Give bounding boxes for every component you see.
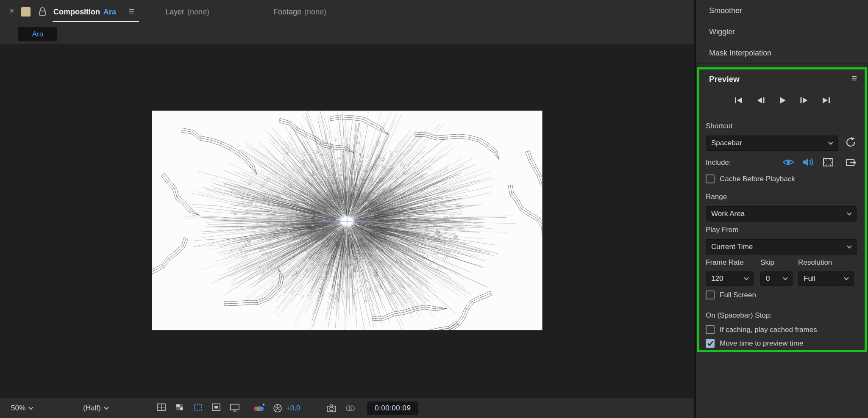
preview-panel-title: Preview <box>709 75 740 84</box>
close-icon[interactable]: × <box>9 6 14 16</box>
shortcut-dropdown[interactable]: Spacebar <box>706 136 838 151</box>
viewer-toolbar: 50% (Half) <box>0 398 694 418</box>
skip-label: Skip <box>760 258 774 267</box>
preview-resolution-value: Full <box>804 274 845 283</box>
frame-rate-value: 120 <box>711 274 745 283</box>
play-button[interactable] <box>778 97 787 106</box>
active-tab-underline <box>53 21 139 22</box>
after-effects-window: × Composition Ara ≡ Layer (none) Footage… <box>0 0 868 418</box>
last-frame-button[interactable] <box>821 97 831 106</box>
lock-icon[interactable] <box>38 7 47 18</box>
tab-layer-none: (none) <box>187 8 209 17</box>
grid-guides-icon[interactable] <box>157 402 166 414</box>
panel-header-smoother[interactable]: Smoother <box>696 0 868 21</box>
panel-header-mask-interpolation[interactable]: Mask Interpolation <box>696 42 868 64</box>
full-screen-label: Full Screen <box>720 291 756 299</box>
viewer-toggle-group <box>157 402 240 414</box>
range-value: Work Area <box>711 210 848 218</box>
previous-frame-button[interactable] <box>756 97 766 106</box>
chevron-down-icon <box>828 140 833 144</box>
panel-tab-strip: × Composition Ara ≡ Layer (none) Footage… <box>0 0 694 24</box>
full-screen-row[interactable]: Full Screen <box>706 291 756 299</box>
chevron-down-icon <box>847 210 851 215</box>
resolution-value: (Half) <box>83 404 101 412</box>
wireframe-render <box>152 111 542 330</box>
tab-composition-label: Composition <box>53 8 100 17</box>
comp-tab-ara-label: Ara <box>32 30 43 39</box>
skip-dropdown[interactable]: 0 <box>760 271 793 286</box>
tab-footage[interactable]: Footage (none) <box>273 0 326 24</box>
panel-header-wiggler-label: Wiggler <box>709 28 735 36</box>
magnification-value: 50% <box>11 404 25 412</box>
move-time-label: Move time to preview time <box>720 339 803 348</box>
include-label: Include: <box>706 158 731 167</box>
frame-rate-dropdown[interactable]: 120 <box>706 271 754 286</box>
if-caching-checkbox[interactable] <box>706 325 715 334</box>
exposure-shutter-icon <box>273 404 282 413</box>
include-audio-speaker-icon[interactable] <box>801 157 814 169</box>
transport-controls <box>696 97 868 106</box>
full-screen-checkbox[interactable] <box>706 291 715 299</box>
tab-layer-label: Layer <box>165 8 184 17</box>
composition-panel: × Composition Ara ≡ Layer (none) Footage… <box>0 0 694 418</box>
if-caching-row[interactable]: If caching, play cached frames <box>706 325 817 334</box>
viewer-lock-icon[interactable] <box>230 402 240 414</box>
include-video-eye-icon[interactable] <box>782 157 795 169</box>
resolution-label: Resolution <box>798 258 832 267</box>
reset-preview-icon[interactable] <box>845 136 857 150</box>
composition-stage[interactable] <box>152 111 542 330</box>
take-snapshot-icon[interactable] <box>326 404 337 413</box>
resolution-dropdown[interactable]: (Half) <box>83 404 108 412</box>
timecode-display[interactable]: 0:00:00:09 <box>367 401 418 415</box>
timecode-value[interactable]: 0:00:00:09 <box>367 401 418 415</box>
if-caching-label: If caching, play cached frames <box>720 326 817 334</box>
panel-menu-icon[interactable]: ≡ <box>129 6 134 17</box>
range-dropdown[interactable]: Work Area <box>706 206 857 221</box>
preview-resolution-dropdown[interactable]: Full <box>798 271 854 286</box>
chevron-down-icon <box>783 275 787 280</box>
tab-composition-name: Ara <box>103 8 116 17</box>
play-from-dropdown[interactable]: Current Time <box>706 239 857 255</box>
right-sidebar: Smoother Wiggler Mask Interpolation Prev… <box>696 0 868 418</box>
panel-header-wiggler[interactable]: Wiggler <box>696 21 868 42</box>
chevron-down-icon <box>844 275 849 280</box>
panel-header-smoother-label: Smoother <box>709 6 742 15</box>
skip-value: 0 <box>766 274 784 283</box>
panel-header-mask-interpolation-label: Mask Interpolation <box>709 49 771 57</box>
transparency-grid-icon[interactable] <box>175 402 184 414</box>
move-time-row[interactable]: Move time to preview time <box>706 339 803 348</box>
play-from-value: Current Time <box>711 243 848 251</box>
cache-before-playback-checkbox[interactable] <box>706 174 715 183</box>
exposure-control[interactable]: +0,0 <box>273 404 300 413</box>
shortcut-label: Shortcut <box>706 122 732 130</box>
play-from-label: Play From <box>706 226 738 234</box>
magnification-dropdown[interactable]: 50% <box>11 404 33 412</box>
on-stop-label: On (Spacebar) Stop: <box>706 311 772 320</box>
viewer-area[interactable] <box>0 44 694 398</box>
chevron-down-icon <box>28 405 33 410</box>
frame-cache-icon[interactable] <box>845 157 857 169</box>
show-snapshot-icon[interactable] <box>345 404 355 413</box>
show-channel-icon[interactable] <box>253 404 264 413</box>
chevron-down-icon <box>847 244 851 248</box>
first-frame-button[interactable] <box>734 97 744 106</box>
next-frame-button[interactable] <box>799 97 809 106</box>
frame-rate-label: Frame Rate <box>706 258 744 267</box>
region-of-interest-icon[interactable] <box>193 402 203 414</box>
range-label: Range <box>706 193 727 201</box>
chevron-down-icon <box>104 405 108 410</box>
chevron-down-icon <box>744 275 748 280</box>
tab-footage-label: Footage <box>273 8 301 17</box>
shortcut-value: Spacebar <box>711 139 829 147</box>
exposure-value[interactable]: +0,0 <box>286 404 300 412</box>
composition-mini-tab-strip: Ara <box>0 24 694 44</box>
cache-before-playback-row[interactable]: Cache Before Playback <box>706 174 795 183</box>
panel-color-swatch <box>21 7 31 17</box>
comp-tab-ara[interactable]: Ara <box>18 27 57 41</box>
move-time-checkbox[interactable] <box>706 339 715 348</box>
preview-panel-menu-icon[interactable]: ≡ <box>851 73 857 84</box>
tab-layer[interactable]: Layer (none) <box>165 0 209 24</box>
mask-visibility-icon[interactable] <box>211 402 221 414</box>
tab-footage-none: (none) <box>304 8 326 17</box>
include-overlays-icon[interactable] <box>822 157 835 169</box>
